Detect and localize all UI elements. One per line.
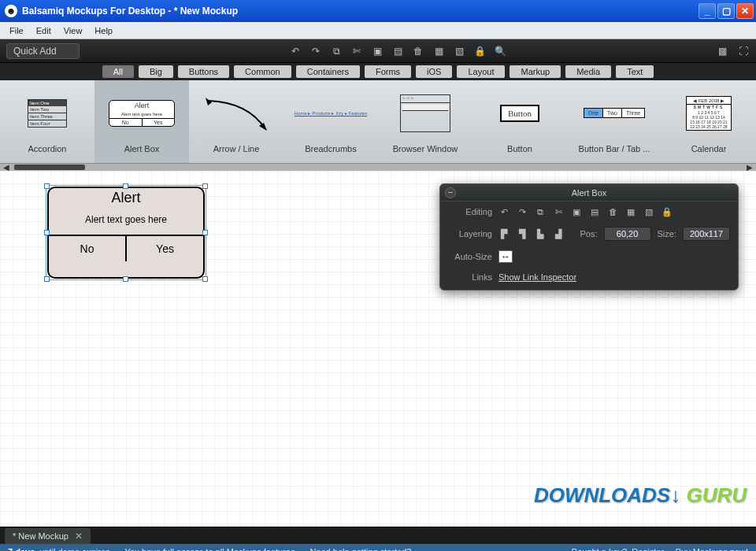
position-field[interactable]: 60,20 [604, 227, 651, 241]
show-link-inspector[interactable]: Show Link Inspector [498, 272, 576, 282]
lock-icon[interactable]: 🔒 [473, 45, 486, 57]
size-label: Size: [658, 229, 676, 239]
lib-item-accordion[interactable]: Item One Item Two Item Three Item Four A… [0, 80, 94, 163]
tab-layout[interactable]: Layout [457, 65, 505, 78]
links-label: Links [448, 272, 492, 282]
tab-all[interactable]: All [102, 65, 134, 78]
watermark: DOWNLOADS↓ GURU [534, 483, 747, 508]
lib-item-buttonbar[interactable]: One Two Three Button Bar / Tab ... [567, 80, 662, 163]
lib-label: Calendar [691, 144, 727, 153]
register-link[interactable]: Register... [632, 547, 671, 552]
maximize-button[interactable]: ▢ [717, 3, 735, 19]
alert-no-button[interactable]: No [49, 236, 127, 261]
bring-forward-icon[interactable]: ▛ [498, 228, 510, 239]
undo-icon[interactable]: ↶ [498, 206, 510, 217]
redo-icon[interactable]: ↷ [309, 45, 322, 57]
resize-handle-se[interactable] [202, 276, 208, 282]
tab-forms[interactable]: Forms [365, 65, 411, 78]
lib-item-arrow[interactable]: Arrow / Line [189, 80, 284, 163]
duplicate-icon[interactable]: ▤ [589, 206, 600, 217]
lib-item-alertbox[interactable]: Alert Alert text goes here No Yes Alert … [94, 80, 189, 163]
category-tabs: All Big Buttons Common Containers Forms … [0, 63, 756, 80]
lib-item-calendar[interactable]: ◀ FEB 2008 ▶ SMTWTFS 1 2 3 4 5 6 78 9 10… [662, 80, 756, 163]
lib-label: Button Bar / Tab ... [579, 144, 650, 153]
main-toolbar: Quick Add ↶ ↷ ⧉ ✄ ▣ ▤ 🗑 ▦ ▧ 🔒 🔍 ▩ ⛶ [0, 39, 756, 63]
scroll-thumb[interactable] [14, 165, 85, 170]
tab-markup[interactable]: Markup [510, 65, 561, 78]
inspector-titlebar[interactable]: − Alert Box [440, 184, 738, 202]
tab-containers[interactable]: Containers [296, 65, 360, 78]
tab-buttons[interactable]: Buttons [178, 65, 229, 78]
tab-common[interactable]: Common [234, 65, 291, 78]
resize-handle-ne[interactable] [202, 183, 208, 189]
resize-handle-s[interactable] [123, 276, 128, 282]
lock-icon[interactable]: 🔒 [662, 206, 673, 217]
library-scrollbar[interactable]: ◀ ▶ [0, 163, 756, 171]
buy-link[interactable]: Buy Mockups now! [676, 547, 748, 552]
duplicate-icon[interactable]: ▤ [391, 45, 404, 57]
minimize-button[interactable]: _ [699, 3, 716, 19]
delete-icon[interactable]: 🗑 [607, 206, 618, 217]
bring-front-icon[interactable]: ▜ [517, 228, 528, 239]
copy-icon[interactable]: ⧉ [330, 45, 343, 57]
tab-close-icon[interactable]: ✕ [75, 531, 83, 542]
document-tab[interactable]: * New Mockup ✕ [5, 528, 91, 544]
tab-media[interactable]: Media [565, 65, 611, 78]
bought-text: Bought a key? [572, 547, 627, 552]
tab-text[interactable]: Text [616, 65, 654, 78]
status-bar: 7 days until demo expires. • You have fu… [0, 544, 756, 551]
delete-icon[interactable]: 🗑 [412, 45, 424, 57]
layering-label: Layering [448, 229, 492, 239]
resize-handle-w[interactable] [44, 230, 50, 235]
autosize-button[interactable]: ↔ [498, 250, 513, 263]
fullscreen-icon[interactable]: ⛶ [737, 45, 750, 57]
paste-icon[interactable]: ▣ [571, 206, 582, 217]
send-backward-icon[interactable]: ▙ [535, 228, 546, 239]
window-titlebar: ☻ Balsamiq Mockups For Desktop - * New M… [0, 0, 756, 22]
collapse-icon[interactable]: − [445, 187, 456, 198]
property-inspector[interactable]: − Alert Box Editing ↶ ↷ ⧉ ✄ ▣ ▤ 🗑 ▦ ▧ 🔒 … [439, 183, 739, 290]
menu-view[interactable]: View [59, 24, 87, 37]
alert-yes-button[interactable]: Yes [127, 236, 203, 261]
grid-toggle-icon[interactable]: ▩ [717, 45, 729, 57]
component-library: Item One Item Two Item Three Item Four A… [0, 80, 756, 163]
ungroup-icon[interactable]: ▧ [643, 206, 654, 217]
resize-handle-sw[interactable] [44, 276, 50, 282]
quickadd-field[interactable]: Quick Add [6, 43, 80, 59]
menu-file[interactable]: File [5, 24, 28, 37]
lib-item-button[interactable]: Button Button [472, 80, 567, 163]
help-link[interactable]: Need help getting started? [309, 547, 411, 552]
copy-icon[interactable]: ⧉ [535, 206, 546, 217]
redo-icon[interactable]: ↷ [517, 206, 528, 217]
paste-icon[interactable]: ▣ [371, 45, 384, 57]
tab-ios[interactable]: iOS [416, 65, 452, 78]
lib-label: Accordion [28, 144, 67, 153]
resize-handle-e[interactable] [202, 230, 208, 235]
send-back-icon[interactable]: ▟ [553, 228, 564, 239]
undo-icon[interactable]: ↶ [289, 45, 302, 57]
bring-front-icon[interactable]: ▦ [432, 45, 445, 57]
selected-widget-alertbox[interactable]: Alert Alert text goes here No Yes [47, 187, 205, 279]
menu-help[interactable]: Help [90, 24, 117, 37]
close-button[interactable]: ✕ [736, 3, 754, 19]
size-field[interactable]: 200x117 [683, 227, 730, 241]
lib-label: Arrow / Line [213, 144, 260, 153]
tab-big[interactable]: Big [139, 65, 173, 78]
dot: • [302, 547, 306, 552]
send-back-icon[interactable]: ▧ [453, 45, 465, 57]
canvas[interactable]: Alert Alert text goes here No Yes − Aler… [0, 171, 756, 527]
menu-edit[interactable]: Edit [32, 24, 56, 37]
lib-item-breadcrumbs[interactable]: Home ▸ Products ▸ Xzy ▸ Features Breadcr… [284, 80, 378, 163]
lib-item-browser[interactable]: ○ ○ ○ Browser Window [378, 80, 472, 163]
lib-label: Breadcrumbs [305, 144, 356, 153]
search-icon[interactable]: 🔍 [494, 45, 506, 57]
trial-text: until demo expires. [39, 547, 112, 552]
resize-handle-n[interactable] [123, 183, 128, 189]
lib-label: Button [507, 144, 532, 153]
cut-icon[interactable]: ✄ [553, 206, 564, 217]
editing-label: Editing [448, 207, 492, 216]
alert-title: Alert [49, 188, 203, 206]
group-icon[interactable]: ▦ [625, 206, 636, 217]
resize-handle-nw[interactable] [44, 183, 50, 189]
cut-icon[interactable]: ✄ [350, 45, 363, 57]
